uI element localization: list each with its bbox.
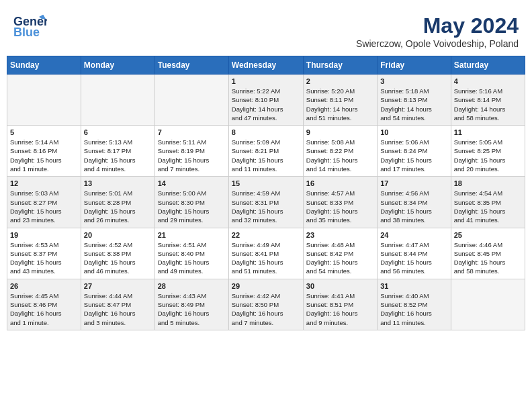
calendar-cell: 14Sunrise: 5:00 AM Sunset: 8:30 PM Dayli… (154, 177, 228, 228)
day-number: 7 (158, 128, 226, 136)
day-number: 28 (158, 282, 226, 290)
day-number: 27 (84, 282, 152, 290)
day-info: Sunrise: 4:43 AM Sunset: 8:49 PM Dayligh… (158, 291, 226, 327)
calendar-cell: 25Sunrise: 4:46 AM Sunset: 8:45 PM Dayli… (451, 228, 525, 279)
column-header-wednesday: Wednesday (228, 56, 303, 75)
day-number: 20 (84, 231, 152, 239)
logo-bird-icon: General Blue (13, 13, 47, 40)
day-info: Sunrise: 5:13 AM Sunset: 8:17 PM Dayligh… (84, 138, 152, 173)
calendar-cell: 31Sunrise: 4:40 AM Sunset: 8:52 PM Dayli… (378, 279, 451, 330)
day-number: 21 (158, 231, 226, 239)
day-info: Sunrise: 4:48 AM Sunset: 8:42 PM Dayligh… (306, 240, 374, 276)
day-info: Sunrise: 4:53 AM Sunset: 8:37 PM Dayligh… (10, 240, 78, 276)
day-info: Sunrise: 4:57 AM Sunset: 8:33 PM Dayligh… (306, 189, 374, 224)
day-info: Sunrise: 4:51 AM Sunset: 8:40 PM Dayligh… (158, 240, 226, 276)
calendar-cell (154, 75, 228, 126)
calendar-cell: 15Sunrise: 4:59 AM Sunset: 8:31 PM Dayli… (228, 177, 303, 228)
day-info: Sunrise: 5:20 AM Sunset: 8:11 PM Dayligh… (306, 87, 374, 122)
day-info: Sunrise: 5:05 AM Sunset: 8:25 PM Dayligh… (454, 138, 522, 173)
calendar-cell: 11Sunrise: 5:05 AM Sunset: 8:25 PM Dayli… (451, 126, 525, 177)
calendar-cell: 16Sunrise: 4:57 AM Sunset: 8:33 PM Dayli… (303, 177, 377, 228)
day-number: 26 (10, 282, 78, 290)
calendar-cell: 4Sunrise: 5:16 AM Sunset: 8:14 PM Daylig… (451, 75, 525, 126)
calendar-week-row: 5Sunrise: 5:14 AM Sunset: 8:16 PM Daylig… (7, 126, 525, 177)
calendar-cell (7, 75, 81, 126)
day-number: 25 (454, 231, 522, 239)
calendar-cell: 21Sunrise: 4:51 AM Sunset: 8:40 PM Dayli… (154, 228, 228, 279)
day-number: 10 (380, 128, 447, 136)
day-info: Sunrise: 4:41 AM Sunset: 8:51 PM Dayligh… (306, 291, 374, 327)
day-number: 14 (158, 179, 226, 187)
calendar-cell: 13Sunrise: 5:01 AM Sunset: 8:28 PM Dayli… (81, 177, 154, 228)
calendar-cell: 9Sunrise: 5:08 AM Sunset: 8:22 PM Daylig… (303, 126, 377, 177)
day-info: Sunrise: 5:22 AM Sunset: 8:10 PM Dayligh… (232, 87, 300, 122)
day-number: 5 (10, 128, 78, 136)
day-number: 6 (84, 128, 152, 136)
day-number: 31 (380, 282, 447, 290)
day-info: Sunrise: 4:52 AM Sunset: 8:38 PM Dayligh… (84, 240, 152, 276)
calendar-cell: 18Sunrise: 4:54 AM Sunset: 8:35 PM Dayli… (451, 177, 525, 228)
column-header-sunday: Sunday (7, 56, 81, 75)
day-number: 16 (306, 179, 374, 187)
day-info: Sunrise: 5:03 AM Sunset: 8:27 PM Dayligh… (10, 189, 78, 224)
calendar-cell: 12Sunrise: 5:03 AM Sunset: 8:27 PM Dayli… (7, 177, 81, 228)
day-number: 3 (380, 77, 447, 85)
calendar-cell: 30Sunrise: 4:41 AM Sunset: 8:51 PM Dayli… (303, 279, 377, 330)
day-number: 13 (84, 179, 152, 187)
day-info: Sunrise: 5:16 AM Sunset: 8:14 PM Dayligh… (454, 87, 522, 122)
day-number: 22 (232, 231, 300, 239)
column-header-thursday: Thursday (303, 56, 377, 75)
title-block: May 2024 Swierczow, Opole Voivodeship, P… (356, 13, 519, 49)
calendar-cell: 2Sunrise: 5:20 AM Sunset: 8:11 PM Daylig… (303, 75, 377, 126)
day-info: Sunrise: 4:56 AM Sunset: 8:34 PM Dayligh… (380, 189, 447, 224)
day-number: 11 (454, 128, 522, 136)
column-header-tuesday: Tuesday (154, 56, 228, 75)
day-info: Sunrise: 5:06 AM Sunset: 8:24 PM Dayligh… (380, 138, 447, 173)
calendar-cell: 27Sunrise: 4:44 AM Sunset: 8:47 PM Dayli… (81, 279, 154, 330)
day-info: Sunrise: 5:11 AM Sunset: 8:19 PM Dayligh… (158, 138, 226, 173)
day-info: Sunrise: 4:45 AM Sunset: 8:46 PM Dayligh… (10, 291, 78, 327)
calendar-cell: 29Sunrise: 4:42 AM Sunset: 8:50 PM Dayli… (228, 279, 303, 330)
day-info: Sunrise: 4:47 AM Sunset: 8:44 PM Dayligh… (380, 240, 447, 276)
day-info: Sunrise: 4:46 AM Sunset: 8:45 PM Dayligh… (454, 240, 522, 276)
day-number: 12 (10, 179, 78, 187)
calendar-cell: 22Sunrise: 4:49 AM Sunset: 8:41 PM Dayli… (228, 228, 303, 279)
calendar-cell: 6Sunrise: 5:13 AM Sunset: 8:17 PM Daylig… (81, 126, 154, 177)
svg-text:Blue: Blue (13, 26, 40, 39)
day-number: 17 (380, 179, 447, 187)
calendar-cell: 19Sunrise: 4:53 AM Sunset: 8:37 PM Dayli… (7, 228, 81, 279)
day-number: 19 (10, 231, 78, 239)
day-number: 30 (306, 282, 374, 290)
calendar-cell: 3Sunrise: 5:18 AM Sunset: 8:13 PM Daylig… (378, 75, 451, 126)
calendar-cell: 26Sunrise: 4:45 AM Sunset: 8:46 PM Dayli… (7, 279, 81, 330)
calendar-cell: 8Sunrise: 5:09 AM Sunset: 8:21 PM Daylig… (228, 126, 303, 177)
day-number: 4 (454, 77, 522, 85)
day-number: 24 (380, 231, 447, 239)
day-info: Sunrise: 5:00 AM Sunset: 8:30 PM Dayligh… (158, 189, 226, 224)
day-info: Sunrise: 5:18 AM Sunset: 8:13 PM Dayligh… (380, 87, 447, 122)
day-number: 29 (232, 282, 300, 290)
day-number: 18 (454, 179, 522, 187)
column-header-friday: Friday (378, 56, 451, 75)
calendar-cell: 28Sunrise: 4:43 AM Sunset: 8:49 PM Dayli… (154, 279, 228, 330)
calendar-header-row: SundayMondayTuesdayWednesdayThursdayFrid… (7, 56, 525, 75)
day-info: Sunrise: 5:01 AM Sunset: 8:28 PM Dayligh… (84, 189, 152, 224)
calendar-cell: 5Sunrise: 5:14 AM Sunset: 8:16 PM Daylig… (7, 126, 81, 177)
calendar-table: SundayMondayTuesdayWednesdayThursdayFrid… (7, 56, 525, 330)
calendar-cell: 7Sunrise: 5:11 AM Sunset: 8:19 PM Daylig… (154, 126, 228, 177)
calendar-cell: 20Sunrise: 4:52 AM Sunset: 8:38 PM Dayli… (81, 228, 154, 279)
day-number: 8 (232, 128, 300, 136)
day-info: Sunrise: 4:59 AM Sunset: 8:31 PM Dayligh… (232, 189, 300, 224)
calendar-week-row: 12Sunrise: 5:03 AM Sunset: 8:27 PM Dayli… (7, 177, 525, 228)
day-info: Sunrise: 4:40 AM Sunset: 8:52 PM Dayligh… (380, 291, 447, 327)
page-header: General Blue May 2024 Swierczow, Opole V… (7, 7, 525, 52)
day-info: Sunrise: 5:14 AM Sunset: 8:16 PM Dayligh… (10, 138, 78, 173)
calendar-week-row: 19Sunrise: 4:53 AM Sunset: 8:37 PM Dayli… (7, 228, 525, 279)
calendar-cell (451, 279, 525, 330)
calendar-cell: 10Sunrise: 5:06 AM Sunset: 8:24 PM Dayli… (378, 126, 451, 177)
day-info: Sunrise: 5:08 AM Sunset: 8:22 PM Dayligh… (306, 138, 374, 173)
column-header-saturday: Saturday (451, 56, 525, 75)
logo: General Blue (13, 13, 50, 40)
page-subtitle: Swierczow, Opole Voivodeship, Poland (356, 38, 519, 49)
day-number: 1 (232, 77, 300, 85)
